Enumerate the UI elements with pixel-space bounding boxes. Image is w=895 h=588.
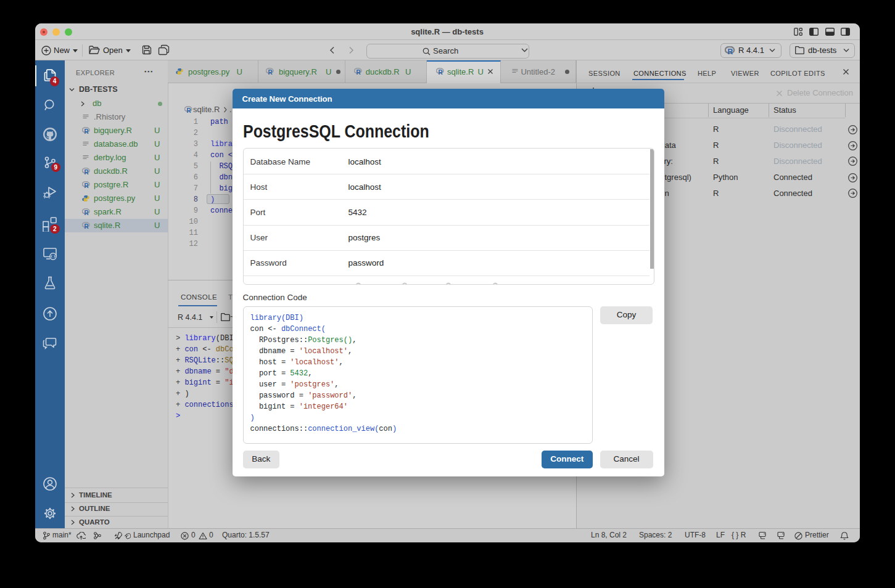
svg-text:R: R bbox=[728, 47, 733, 55]
svg-text:R: R bbox=[84, 223, 89, 229]
svg-text:R: R bbox=[84, 182, 89, 189]
svg-text:R: R bbox=[84, 128, 89, 134]
svg-text:R: R bbox=[186, 107, 191, 113]
svg-text:R: R bbox=[356, 69, 361, 75]
svg-text:R: R bbox=[268, 69, 273, 75]
svg-text:R: R bbox=[438, 69, 443, 75]
svg-text:R: R bbox=[84, 210, 89, 216]
svg-text:R: R bbox=[84, 169, 89, 175]
